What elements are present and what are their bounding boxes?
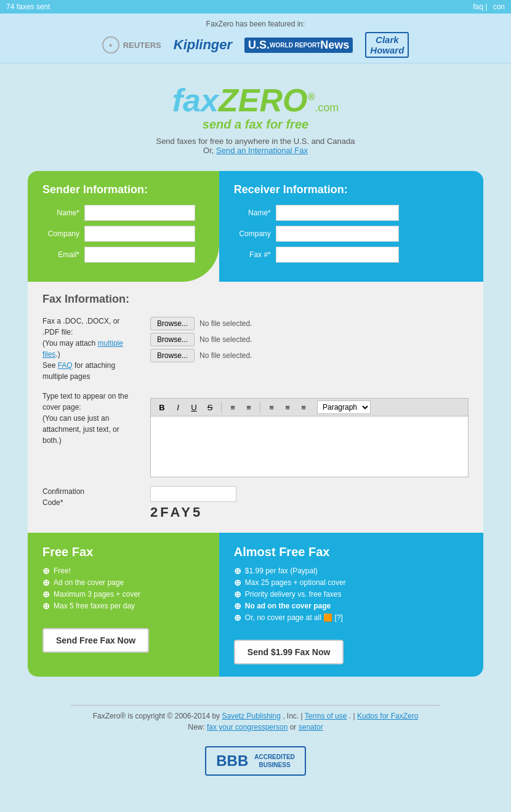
send-free-fax-button[interactable]: Send Free Fax Now: [42, 628, 149, 653]
faq-link[interactable]: faq: [473, 2, 483, 11]
receiver-section: Receiver Information: Name* Company Fax …: [219, 171, 483, 282]
ordered-list-btn[interactable]: ≡: [241, 401, 256, 414]
top-nav: faq | con: [469, 2, 505, 11]
logo-reg: ®: [307, 92, 315, 102]
paragraph-select[interactable]: Paragraph Heading 1 Heading 2: [317, 400, 371, 414]
sender-email-input[interactable]: [84, 247, 195, 263]
editor-toolbar: B I U S ≡ ≡ ≡ ≡ ≡ Paragraph Heading 1: [150, 398, 469, 416]
strikethrough-btn[interactable]: S: [203, 401, 217, 414]
italic-btn[interactable]: I: [171, 401, 185, 414]
logo-subtitle: Send faxes for free to anywhere in the U…: [28, 137, 483, 155]
intl-fax-link[interactable]: Send an International Fax: [216, 146, 308, 155]
file-name-2: No file selected.: [199, 335, 252, 344]
unordered-list-btn[interactable]: ≡: [225, 401, 240, 414]
main-content: faxZERO®.com send a fax for free Send fa…: [28, 63, 483, 794]
featured-logos: ● REUTERS Kiplinger U.S.WORLD REPORTNews…: [0, 32, 511, 58]
logo-dotcom: .com: [315, 102, 339, 114]
info-row: Sender Information: Name* Company Email*…: [28, 171, 483, 282]
free-fax-section: Free Fax ⊕ Free! ⊕ Ad on the cover page …: [28, 533, 219, 677]
faq-attach-link[interactable]: FAQ: [58, 361, 73, 370]
congress-link[interactable]: fax your congressperson: [207, 723, 288, 731]
text-area-row: Type text to appear on the cover page:(Y…: [42, 391, 469, 477]
footer-divider: [71, 705, 440, 706]
faxzero-logo: faxZERO®.com: [172, 82, 339, 119]
bold-btn[interactable]: B: [155, 401, 169, 414]
clarkhoward-logo: ClarkHoward: [365, 32, 409, 58]
paid-fax-section: Almost Free Fax ⊕ $1.99 per fax (Paypal)…: [219, 533, 483, 677]
plus-icon-1: ⊕: [42, 566, 50, 576]
sender-email-label: Email*: [42, 250, 84, 259]
confirm-content: 2FAY5: [150, 486, 236, 520]
reuters-icon: ●: [102, 36, 119, 54]
usnews-logo: U.S.WORLD REPORTNews: [244, 38, 353, 53]
top-bar: 74 faxes sent faq | con: [0, 0, 511, 14]
align-center-btn[interactable]: ≡: [280, 401, 295, 414]
receiver-fax-input[interactable]: [276, 247, 399, 263]
savetz-link[interactable]: Savetz Publishing: [222, 712, 280, 720]
logo-fax: fax: [172, 82, 219, 118]
con-link[interactable]: con: [493, 2, 505, 11]
sender-company-input[interactable]: [84, 226, 195, 242]
receiver-name-row: Name*: [234, 205, 469, 221]
send-paid-fax-button[interactable]: Send $1.99 Fax Now: [234, 640, 344, 664]
footer-copyright: FaxZero® is copyright © 2006-2014 by Sav…: [28, 712, 483, 720]
confirm-row: Confirmation Code* 2FAY5: [42, 486, 469, 520]
sender-company-row: Company: [42, 226, 204, 242]
bbb-logo: BBB: [216, 752, 248, 770]
file-input-row-2: Browse... No file selected.: [150, 333, 469, 346]
paid-fax-title: Almost Free Fax: [234, 545, 469, 559]
toolbar-sep-2: [260, 402, 260, 413]
file-input-row-1: Browse... No file selected.: [150, 317, 469, 330]
plus-icon-3: ⊕: [42, 589, 50, 599]
cover-page-text-editor[interactable]: [150, 416, 469, 477]
align-left-btn[interactable]: ≡: [264, 401, 279, 414]
free-feature-3: ⊕ Maximum 3 pages + cover: [42, 590, 204, 599]
file-name-1: No file selected.: [199, 319, 252, 328]
toolbar-sep-1: [221, 402, 222, 413]
kudos-link[interactable]: Kudos for FaxZero: [357, 712, 418, 720]
sender-name-row: Name*: [42, 205, 204, 221]
receiver-company-label: Company: [234, 229, 276, 238]
browse-btn-3[interactable]: Browse...: [150, 349, 195, 362]
fax-info-title: Fax Information:: [42, 293, 469, 306]
sender-name-label: Name*: [42, 209, 84, 217]
paid-plus-icon-5: ⊕: [234, 613, 241, 623]
align-right-btn[interactable]: ≡: [296, 401, 311, 414]
free-feature-4: ⊕ Max 5 free faxes per day: [42, 602, 204, 611]
logo-area: faxZERO®.com send a fax for free Send fa…: [28, 70, 483, 161]
sender-email-row: Email*: [42, 247, 204, 263]
sender-name-input[interactable]: [84, 205, 195, 221]
captcha-code: 2FAY5: [150, 504, 236, 520]
receiver-name-input[interactable]: [276, 205, 399, 221]
paid-plus-icon-3: ⊕: [234, 589, 241, 599]
file-input-row-3: Browse... No file selected.: [150, 349, 469, 362]
multiple-files-link[interactable]: multiple files: [42, 339, 123, 359]
fax-file-row: Fax a .DOC, .DOCX, or .PDF file: (You ma…: [42, 316, 469, 382]
kiplinger-logo: Kiplinger: [174, 37, 232, 53]
receiver-company-row: Company: [234, 226, 469, 242]
underline-btn[interactable]: U: [187, 401, 201, 414]
file-name-3: No file selected.: [199, 351, 252, 360]
paid-plus-icon-2: ⊕: [234, 578, 241, 587]
bbb-text: ACCREDITEDBUSINESS: [254, 753, 295, 769]
senator-link[interactable]: senator: [299, 723, 323, 731]
paid-feature-1: ⊕ $1.99 per fax (Paypal): [234, 567, 469, 576]
receiver-fax-label: Fax #*: [234, 250, 276, 259]
free-feature-1: ⊕ Free!: [42, 567, 204, 576]
paid-feature-4: ⊕ No ad on the cover page: [234, 602, 469, 611]
text-area-label: Type text to appear on the cover page:(Y…: [42, 391, 138, 477]
paid-feature-3: ⊕ Priority delivery vs. free faxes: [234, 590, 469, 599]
receiver-company-input[interactable]: [276, 226, 399, 242]
sender-title: Sender Information:: [42, 183, 204, 196]
paid-feature-5: ⊕ Or, no cover page at all 🟧 [?]: [234, 613, 469, 623]
paid-feature-2: ⊕ Max 25 pages + optional cover: [234, 578, 469, 587]
captcha-input[interactable]: [150, 486, 236, 502]
plus-icon-4: ⊕: [42, 601, 50, 611]
receiver-name-label: Name*: [234, 209, 276, 217]
browse-btn-1[interactable]: Browse...: [150, 317, 195, 330]
paid-fax-features: ⊕ $1.99 per fax (Paypal) ⊕ Max 25 pages …: [234, 567, 469, 623]
paid-plus-icon-4: ⊕: [234, 601, 241, 611]
send-options: Free Fax ⊕ Free! ⊕ Ad on the cover page …: [28, 533, 483, 677]
terms-link[interactable]: Terms of use: [305, 712, 347, 720]
browse-btn-2[interactable]: Browse...: [150, 333, 195, 346]
